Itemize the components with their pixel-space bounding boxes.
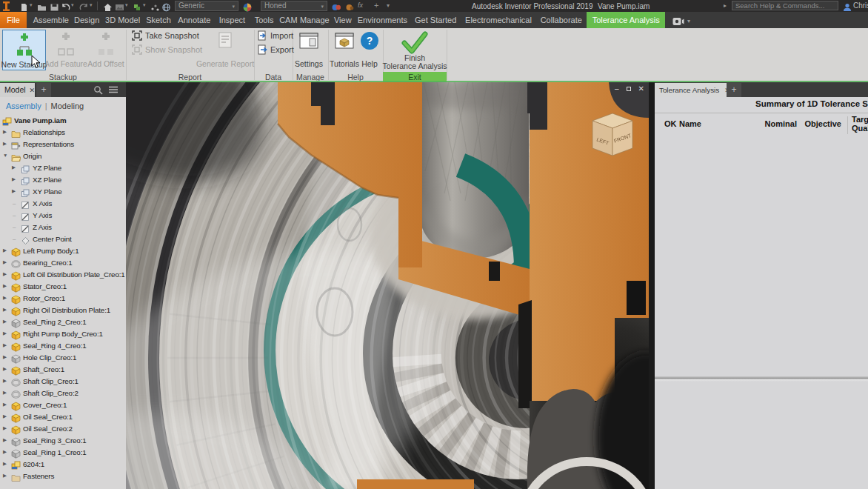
3d-viewport[interactable]: LEFT FRONT –✕ xyxy=(126,82,650,489)
dropdown-carat-icon[interactable]: ▾ xyxy=(30,2,33,8)
parameters-icon[interactable]: fx xyxy=(358,1,363,9)
chevron-right-icon[interactable]: ▶ xyxy=(3,354,7,360)
dropdown-carat-icon[interactable]: ▾ xyxy=(125,2,128,8)
browser-menu-icon[interactable] xyxy=(108,85,118,94)
view-assembly[interactable]: Assembly xyxy=(6,102,41,110)
tree-item[interactable]: ▶Fasteners xyxy=(0,470,126,482)
new-file-icon[interactable] xyxy=(19,1,29,10)
close-icon[interactable]: ✕ xyxy=(638,84,644,93)
ribbon-tab-manage[interactable]: Manage xyxy=(298,12,330,28)
tree-item[interactable]: ▶6204:1 xyxy=(0,459,126,470)
chevron-right-icon[interactable]: ▶ xyxy=(3,461,7,467)
generate-report-button[interactable]: Generate Report xyxy=(197,30,253,70)
tree-item[interactable]: ▶Right Pump Body_Creo:1 xyxy=(0,328,126,340)
chevron-right-icon[interactable]: ▶ xyxy=(3,319,7,325)
ribbon-tab-tools[interactable]: Tools xyxy=(250,12,278,28)
chevron-right-icon[interactable]: ▶ xyxy=(3,283,7,289)
tree-item[interactable]: ▶Relationships xyxy=(0,127,126,139)
redo-icon[interactable] xyxy=(79,1,89,10)
ribbon-tab-electromechanical[interactable]: Electromechanical xyxy=(461,12,535,28)
chevron-right-icon[interactable]: ▶ xyxy=(3,247,7,253)
tree-item[interactable]: ▶XZ Plane xyxy=(0,174,126,186)
horizontal-splitter[interactable] xyxy=(655,376,868,382)
chevron-right-icon[interactable]: ▶ xyxy=(3,413,7,419)
tree-item[interactable]: ▶Seal_Ring 2_Creo:1 xyxy=(0,316,126,328)
ribbon-tab-get-started[interactable]: Get Started xyxy=(410,12,461,28)
ribbon-tab-environments[interactable]: Environments xyxy=(355,12,410,28)
home-icon[interactable] xyxy=(103,1,113,10)
screencast-icon[interactable] xyxy=(672,16,684,29)
tree-item[interactable]: ▶XY Plane xyxy=(0,186,126,198)
chevron-right-icon[interactable]: ▶ xyxy=(3,437,7,443)
tree-item[interactable]: ▶Hole Clip_Creo:1 xyxy=(0,352,126,364)
tree-item[interactable]: ▶Seal_Ring 4_Creo:1 xyxy=(0,340,126,352)
material-combo[interactable]: Generic▾ xyxy=(175,1,238,11)
ribbon-tab-collaborate[interactable]: Collaborate xyxy=(535,12,587,28)
chevron-right-icon[interactable]: ▶ xyxy=(12,188,16,194)
ribbon-tab-cam[interactable]: CAM xyxy=(278,12,299,28)
minimize-icon[interactable]: – xyxy=(615,84,619,93)
chevron-right-icon[interactable]: ▶ xyxy=(3,390,7,396)
user-avatar-icon[interactable] xyxy=(843,1,852,10)
ribbon-tab-tolerance-analysis[interactable]: Tolerance Analysis xyxy=(587,12,665,28)
chevron-right-icon[interactable]: ▶ xyxy=(3,473,7,479)
tree-item[interactable]: ▶Seal_Ring 1_Creo:1 xyxy=(0,447,126,459)
chevron-right-icon[interactable]: ▶ xyxy=(3,141,7,147)
ribbon-tab-design[interactable]: Design xyxy=(71,12,103,28)
iproperties-icon[interactable] xyxy=(133,1,142,10)
tree-item[interactable]: ▶Left Oil Distribution Plate_Creo:1 xyxy=(0,269,126,281)
add-qat-icon[interactable]: + xyxy=(374,1,378,10)
ribbon-tab-file[interactable]: File xyxy=(0,12,27,28)
ribbon-tab-3d-model[interactable]: 3D Model xyxy=(103,12,143,28)
chevron-right-icon[interactable]: ▶ xyxy=(3,295,7,301)
ribbon-tab-assemble[interactable]: Assemble xyxy=(31,12,71,28)
tree-item[interactable]: –X Axis xyxy=(0,198,126,210)
tree-item[interactable]: ▶Left Pump Body:1 xyxy=(0,245,126,257)
add-browser-tab-button[interactable]: + xyxy=(36,83,51,97)
ribbon-tab-inspect[interactable]: Inspect xyxy=(214,12,250,28)
tab-model[interactable]: Model✕ xyxy=(0,83,35,97)
open-file-icon[interactable] xyxy=(37,1,47,10)
chevron-right-icon[interactable]: ▶ xyxy=(3,425,7,431)
tab-tolerance-analysis[interactable]: Tolerance Analysis✕ xyxy=(655,83,735,97)
chevron-right-icon[interactable]: ▶ xyxy=(3,342,7,348)
chevron-right-icon[interactable]: ▶ xyxy=(12,176,16,182)
chevron-right-icon[interactable]: ▶ xyxy=(3,378,7,384)
color-wheel-icon[interactable] xyxy=(243,1,253,10)
ribbon-tab-annotate[interactable]: Annotate xyxy=(175,12,215,28)
tree-item[interactable]: ▶Seal_Ring 3_Creo:1 xyxy=(0,435,126,447)
chevron-right-icon[interactable]: ▶ xyxy=(3,330,7,336)
tree-item[interactable]: ▶Oil Seal_Creo:2 xyxy=(0,423,126,435)
search-expand-icon[interactable]: ▸ xyxy=(724,2,727,9)
tree-item[interactable]: –Center Point xyxy=(0,233,126,245)
appearance-sphere-icon[interactable] xyxy=(332,1,341,10)
tree-item[interactable]: ▶Rotor_Creo:1 xyxy=(0,293,126,305)
tree-item[interactable]: ▶Shaft_Creo:1 xyxy=(0,364,126,376)
tree-item[interactable]: ▶Right Oil Distribution Plate:1 xyxy=(0,305,126,316)
tree-item[interactable]: ▶Bearing_Creo:1 xyxy=(0,257,126,269)
tree-item[interactable]: ▶Shaft Clip_Creo:1 xyxy=(0,376,126,387)
panel-divider[interactable] xyxy=(649,82,655,489)
close-icon[interactable]: ✕ xyxy=(30,87,36,94)
tree-item[interactable]: ▶Representations xyxy=(0,139,126,150)
chevron-right-icon[interactable]: ▶ xyxy=(3,129,7,135)
add-feature-button[interactable]: Add Feature xyxy=(50,30,82,70)
chevron-down-icon[interactable]: ▼ xyxy=(3,153,7,158)
tree-item[interactable]: ▶Shaft Clip_Creo:2 xyxy=(0,387,126,399)
render-icon[interactable] xyxy=(115,1,124,10)
tree-item[interactable]: ▶YZ Plane xyxy=(0,162,126,174)
measure-icon[interactable] xyxy=(150,1,160,10)
web-icon[interactable] xyxy=(161,1,171,10)
chevron-right-icon[interactable]: ▶ xyxy=(12,164,16,170)
chevron-right-icon[interactable]: ▶ xyxy=(3,271,7,277)
add-panel-tab-button[interactable]: + xyxy=(727,83,741,97)
material-sphere-icon[interactable] xyxy=(345,1,355,10)
search-icon[interactable] xyxy=(93,85,103,95)
view-modeling[interactable]: Modeling xyxy=(51,102,84,110)
chevron-right-icon[interactable]: ▶ xyxy=(3,307,7,313)
chevron-right-icon[interactable]: ▶ xyxy=(3,259,7,265)
dropdown-carat-icon[interactable]: ▾ xyxy=(71,2,74,8)
qat-overflow-icon[interactable]: ▾ xyxy=(387,2,390,9)
add-offset-button[interactable]: Add Offset xyxy=(88,30,124,70)
tree-item[interactable]: ▼Origin xyxy=(0,150,126,162)
